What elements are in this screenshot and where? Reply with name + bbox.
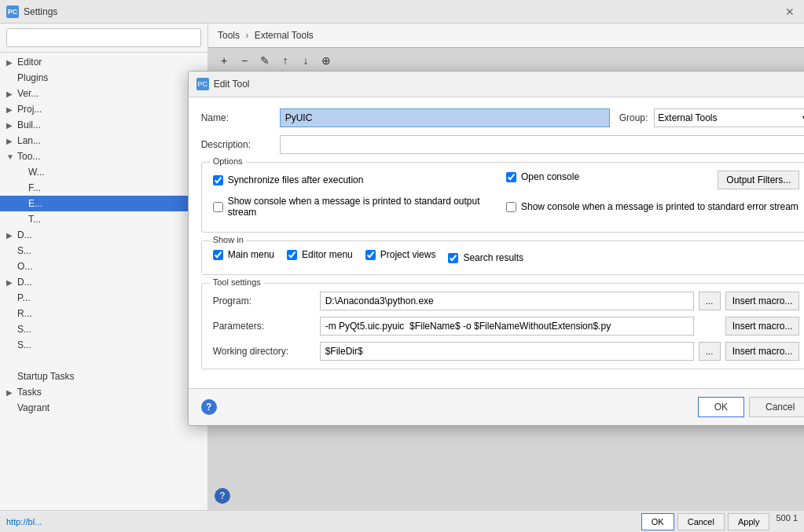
sidebar-item-o[interactable]: O... [0,259,207,274]
program-label: Program: [213,295,315,306]
show-console-stdout-text: Show console when a message is printed t… [228,196,506,218]
sidebar-item-tools-w[interactable]: W... [0,164,207,180]
dialog-body: Name: Group: External Tools ▾ [189,97,804,388]
dialog-cancel-button[interactable]: Cancel [749,397,804,417]
sidebar-item-languages[interactable]: ▶ Lan... [0,133,207,149]
open-console-checkbox[interactable] [506,172,516,182]
project-views-label[interactable]: Project views [365,249,436,260]
name-row: Name: Group: External Tools ▾ [201,108,804,127]
output-filters-button[interactable]: Output Filters... [718,171,799,189]
sidebar-item-label: S... [17,339,201,350]
sidebar-item-label: Startup Tasks [17,371,194,382]
description-row: Description: [201,135,804,154]
dialog-footer: ? OK Cancel [189,388,804,425]
sidebar-item-label: Plugins [17,72,201,83]
sidebar-item-label: W... [28,167,201,178]
sidebar-item-label: R... [17,308,201,319]
sidebar-tree: ▶ Editor Plugins ▶ Ver... ▶ Proj... ▶ [0,53,207,510]
search-box [0,24,207,53]
sidebar-item-p[interactable]: P... [0,290,207,306]
sidebar-item-r[interactable]: R... [0,306,207,321]
sidebar-item-s2[interactable]: S... [0,321,207,337]
status-ok-button[interactable]: OK [641,513,674,530]
editor-menu-checkbox[interactable] [287,250,297,260]
main-menu-label[interactable]: Main menu [213,249,274,260]
group-section: Group: External Tools ▾ [619,108,804,127]
name-label: Name: [201,112,280,123]
show-console-stdout-label[interactable]: Show console when a message is printed t… [213,196,506,218]
expand-arrow: ▶ [6,231,17,240]
sidebar-item-d2[interactable]: ▶ D... [0,274,207,290]
status-url: http://bl... [6,517,641,526]
sidebar-item-tasks[interactable]: ▶ Tasks ⚙ [0,384,207,400]
sidebar-item-vagrant[interactable]: Vagrant ⚙ [0,400,207,416]
sidebar-item-d1[interactable]: ▶ D... [0,227,207,243]
dialog-ok-button[interactable]: OK [698,397,744,417]
sync-files-text: Synchronize files after execution [228,174,364,185]
dialog-close-button[interactable]: ✕ [800,76,804,92]
status-bar: http://bl... OK Cancel Apply 500 1 [0,510,804,532]
sidebar-item-s[interactable]: S... [0,243,207,259]
sidebar-item-label: D... [17,277,201,288]
sidebar-item-label: S... [17,324,201,335]
sync-files-label[interactable]: Synchronize files after execution [213,174,506,185]
expand-arrow: ▶ [6,278,17,287]
sidebar-item-tools-f[interactable]: F... [0,180,207,196]
description-input[interactable] [280,135,804,154]
main-menu-checkbox[interactable] [213,250,223,260]
sidebar-item-build[interactable]: ▶ Buil... [0,117,207,133]
project-views-text: Project views [380,249,436,260]
parameters-input[interactable] [320,317,694,336]
sidebar-item-startup-tasks[interactable]: Startup Tasks ⚙ [0,369,207,384]
working-dir-insert-macro-button[interactable]: Insert macro... [725,342,800,361]
close-icon[interactable]: ✕ [782,4,798,20]
show-console-stdout-checkbox[interactable] [213,202,223,212]
expand-arrow: ▶ [6,58,17,67]
dialog-help-icon[interactable]: ? [201,399,217,415]
sync-files-checkbox[interactable] [213,175,223,185]
sidebar-item-label: F... [28,182,201,193]
program-input[interactable] [320,292,694,310]
settings-window: PC Settings ✕ ▶ Editor Plugins ▶ Ver [0,0,804,532]
sidebar-item-plugins[interactable]: Plugins [0,70,207,86]
sidebar-item-label: Vagrant [17,402,194,413]
options-bottom-row: Show console when a message is printed t… [213,196,800,218]
show-console-stderr-label[interactable]: Show console when a message is printed t… [506,201,798,212]
project-views-checkbox[interactable] [365,250,376,260]
group-select[interactable]: External Tools ▾ [654,108,804,127]
options-right2: Show console when a message is printed t… [506,201,799,212]
editor-menu-label[interactable]: Editor menu [287,249,353,260]
show-in-row: Main menu Editor menu Project views [213,249,800,266]
sidebar-item-editor[interactable]: ▶ Editor [0,54,207,70]
options-right: Open console Output Filters... [506,171,799,189]
breadcrumb: Tools › External Tools [208,24,804,48]
sidebar-item-tools[interactable]: ▼ Too... [0,149,207,164]
expand-arrow: ▼ [6,152,17,161]
parameters-insert-macro-button[interactable]: Insert macro... [725,317,800,336]
breadcrumb-external-tools: External Tools [255,30,314,41]
sidebar-item-label: Editor [17,57,201,68]
working-dir-browse-button[interactable]: ... [699,342,721,361]
sidebar-item-label: O... [17,261,201,272]
show-console-stderr-checkbox[interactable] [506,202,516,212]
sidebar-item-external-tools[interactable]: E... [0,196,207,211]
dialog-app-icon: PC [196,78,209,90]
program-insert-macro-button[interactable]: Insert macro... [725,292,800,310]
sidebar-item-tools-t[interactable]: T... [0,211,207,227]
sidebar-item-project[interactable]: ▶ Proj... [0,101,207,117]
search-results-checkbox[interactable] [448,253,458,263]
main-menu-text: Main menu [228,249,274,260]
open-console-label[interactable]: Open console [506,171,718,182]
sidebar-item-version-control[interactable]: ▶ Ver... [0,86,207,101]
program-browse-button[interactable]: ... [699,292,721,310]
search-input[interactable] [6,28,201,47]
status-apply-button[interactable]: Apply [728,513,770,530]
working-dir-input[interactable] [320,342,694,361]
search-results-label[interactable]: Search results [448,252,523,263]
options-group: Options Synchronize files after executio… [201,162,804,233]
sidebar-item-s3[interactable]: S... [0,337,207,353]
window-title: Settings [24,6,782,17]
expand-arrow: ▶ [6,137,17,145]
status-cancel-button[interactable]: Cancel [677,513,725,530]
name-input[interactable] [280,108,610,127]
